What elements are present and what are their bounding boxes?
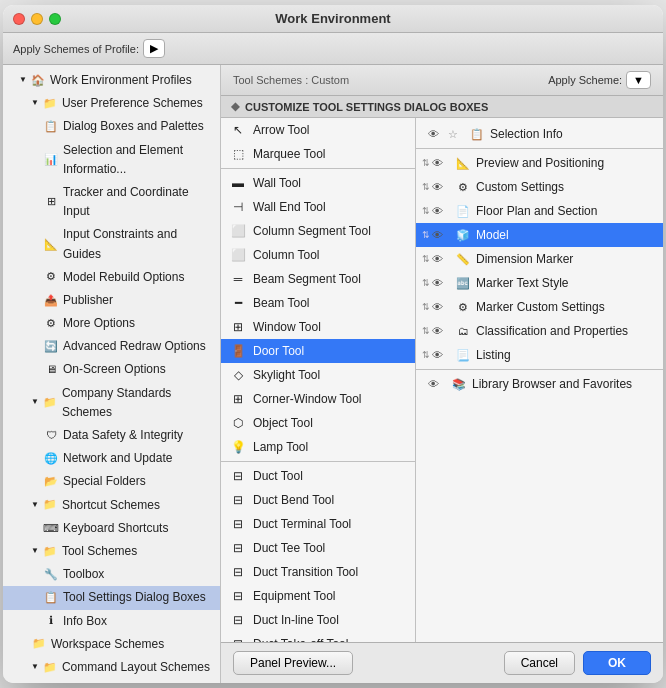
beam-seg-tool-icon: ═	[229, 270, 247, 288]
expand-icon: ▼	[31, 545, 39, 558]
setting-custom-settings[interactable]: ⇅ 👁 ⚙ Custom Settings	[416, 175, 663, 199]
setting-marker-custom[interactable]: ⇅ 👁 ⚙ Marker Custom Settings	[416, 295, 663, 319]
sidebar-item-data-safety[interactable]: 🛡 Data Safety & Integrity	[3, 424, 220, 447]
item-icon: ⊞	[43, 194, 59, 210]
sidebar-item-selection[interactable]: 📊 Selection and Element Informatio...	[3, 139, 220, 181]
setting-classification[interactable]: ⇅ 👁 🗂 Classification and Properties	[416, 319, 663, 343]
eye-icon: 👁	[432, 277, 450, 289]
apply-scheme-dropdown[interactable]: ▼	[626, 71, 651, 89]
separator	[221, 461, 415, 462]
tool-duct-tee[interactable]: ⊟ Duct Tee Tool	[221, 536, 415, 560]
sidebar-item-workspace-schemes[interactable]: 📁 Workspace Schemes	[3, 633, 220, 656]
sidebar-item-shortcut-schemes[interactable]: ▼ 📁 Shortcut Schemes	[3, 494, 220, 517]
setting-floor-plan[interactable]: ⇅ 👁 📄 Floor Plan and Section	[416, 199, 663, 223]
sidebar-item-tool-settings[interactable]: 📋 Tool Settings Dialog Boxes	[3, 586, 220, 609]
tool-duct-terminal[interactable]: ⊟ Duct Terminal Tool	[221, 512, 415, 536]
tool-duct[interactable]: ⊟ Duct Tool	[221, 464, 415, 488]
updown-icon: ⇅	[422, 230, 430, 240]
sidebar-item-on-screen[interactable]: 🖥 On-Screen Options	[3, 358, 220, 381]
star-icon: ☆	[448, 128, 464, 141]
sidebar-item-network[interactable]: 🌐 Network and Update	[3, 447, 220, 470]
setting-label: Marker Text Style	[476, 276, 568, 290]
sidebar-item-toolbox[interactable]: 🔧 Toolbox	[3, 563, 220, 586]
close-button[interactable]	[13, 13, 25, 25]
tool-lamp[interactable]: 💡 Lamp Tool	[221, 435, 415, 459]
sidebar-item-model-rebuild[interactable]: ⚙ Model Rebuild Options	[3, 266, 220, 289]
setting-listing[interactable]: ⇅ 👁 📃 Listing	[416, 343, 663, 367]
tool-corner-window[interactable]: ⊞ Corner-Window Tool	[221, 387, 415, 411]
sidebar: ▼ 🏠 Work Environment Profiles ▼ 📁 User P…	[3, 65, 221, 683]
tool-duct-bend[interactable]: ⊟ Duct Bend Tool	[221, 488, 415, 512]
tool-skylight[interactable]: ◇ Skylight Tool	[221, 363, 415, 387]
tool-duct-inline[interactable]: ⊟ Duct In-line Tool	[221, 608, 415, 632]
tool-beam[interactable]: ━ Beam Tool	[221, 291, 415, 315]
setting-label: Selection Info	[490, 127, 563, 141]
sidebar-item-company-standards[interactable]: ▼ 📁 Company Standards Schemes	[3, 382, 220, 424]
expand-icon: ▼	[19, 74, 27, 87]
sidebar-item-command-layout[interactable]: ▼ 📁 Command Layout Schemes	[3, 656, 220, 679]
tool-equipment[interactable]: ⊟ Equipment Tool	[221, 584, 415, 608]
sidebar-label: Command Layout Schemes	[62, 658, 210, 677]
setting-marker-text-style[interactable]: ⇅ 👁 🔤 Marker Text Style	[416, 271, 663, 295]
sidebar-item-keyboard-shortcuts[interactable]: ⌨ Keyboard Shortcuts	[3, 517, 220, 540]
setting-model[interactable]: ⇅ 👁 🧊 Model	[416, 223, 663, 247]
maximize-button[interactable]	[49, 13, 61, 25]
sidebar-item-special-folders[interactable]: 📂 Special Folders	[3, 470, 220, 493]
sidebar-label: Tool Settings Dialog Boxes	[63, 588, 206, 607]
setting-label: Listing	[476, 348, 511, 362]
setting-library-browser[interactable]: 👁 📚 Library Browser and Favorites	[416, 372, 663, 396]
sidebar-item-info-box[interactable]: ℹ Info Box	[3, 610, 220, 633]
eye-icon: 👁	[432, 157, 450, 169]
tool-object[interactable]: ⬡ Object Tool	[221, 411, 415, 435]
setting-type-icon: ⚙	[454, 298, 472, 316]
lamp-tool-icon: 💡	[229, 438, 247, 456]
setting-dimension-marker[interactable]: ⇅ 👁 📏 Dimension Marker	[416, 247, 663, 271]
sidebar-item-tool-schemes[interactable]: ▼ 📁 Tool Schemes	[3, 540, 220, 563]
tool-wall-end[interactable]: ⊣ Wall End Tool	[221, 195, 415, 219]
tool-label: Duct Terminal Tool	[253, 517, 351, 531]
main-content: ▼ 🏠 Work Environment Profiles ▼ 📁 User P…	[3, 65, 663, 683]
minimize-button[interactable]	[31, 13, 43, 25]
tool-door[interactable]: 🚪 Door Tool	[221, 339, 415, 363]
sidebar-item-input-constraints[interactable]: 📐 Input Constraints and Guides	[3, 223, 220, 265]
sidebar-label: Dialog Boxes and Palettes	[63, 117, 204, 136]
folder-icon: 📁	[42, 497, 58, 513]
panel-header-text: Tool Schemes : Custom	[233, 74, 349, 86]
tool-label: Marquee Tool	[253, 147, 326, 161]
sidebar-label: More Options	[63, 314, 135, 333]
sidebar-label: Workspace Schemes	[51, 635, 164, 654]
scheme-dropdown[interactable]: ▶	[143, 39, 165, 58]
tools-list: ↖ Arrow Tool ⬚ Marquee Tool ▬ Wall Tool …	[221, 118, 416, 642]
tool-duct-takeoff[interactable]: ⊟ Duct Take-off Tool	[221, 632, 415, 642]
tool-marquee[interactable]: ⬚ Marquee Tool	[221, 142, 415, 166]
sidebar-item-work-env-profiles[interactable]: ▼ 🏠 Work Environment Profiles	[3, 69, 220, 92]
tool-wall[interactable]: ▬ Wall Tool	[221, 171, 415, 195]
sidebar-item-publisher[interactable]: 📤 Publisher	[3, 289, 220, 312]
sidebar-item-more-options[interactable]: ⚙ More Options	[3, 312, 220, 335]
apply-dropdown-arrow: ▼	[633, 74, 644, 86]
setting-selection-info[interactable]: 👁 ☆ 📋 Selection Info	[416, 122, 663, 146]
expand-icon: ▼	[31, 396, 39, 409]
ok-button[interactable]: OK	[583, 651, 651, 675]
sidebar-item-user-pref-schemes[interactable]: ▼ 📁 User Preference Schemes	[3, 92, 220, 115]
sidebar-item-dialog-boxes[interactable]: 📋 Dialog Boxes and Palettes	[3, 115, 220, 138]
col-seg-tool-icon: ⬜	[229, 222, 247, 240]
item-icon: 📂	[43, 474, 59, 490]
panel-preview-button[interactable]: Panel Preview...	[233, 651, 353, 675]
panel-header: Tool Schemes : Custom Apply Scheme: ▼	[221, 65, 663, 96]
tool-column[interactable]: ⬜ Column Tool	[221, 243, 415, 267]
object-tool-icon: ⬡	[229, 414, 247, 432]
tool-arrow[interactable]: ↖ Arrow Tool	[221, 118, 415, 142]
tool-beam-segment[interactable]: ═ Beam Segment Tool	[221, 267, 415, 291]
sidebar-label: Special Folders	[63, 472, 146, 491]
tool-duct-transition[interactable]: ⊟ Duct Transition Tool	[221, 560, 415, 584]
item-icon: ⚙	[43, 316, 59, 332]
tool-label: Lamp Tool	[253, 440, 308, 454]
setting-preview-positioning[interactable]: ⇅ 👁 📐 Preview and Positioning	[416, 151, 663, 175]
sidebar-item-toolbars[interactable]: 📊 Toolbars	[3, 679, 220, 683]
tool-window[interactable]: ⊞ Window Tool	[221, 315, 415, 339]
sidebar-item-advanced-redraw[interactable]: 🔄 Advanced Redraw Options	[3, 335, 220, 358]
tool-column-segment[interactable]: ⬜ Column Segment Tool	[221, 219, 415, 243]
sidebar-item-tracker[interactable]: ⊞ Tracker and Coordinate Input	[3, 181, 220, 223]
cancel-button[interactable]: Cancel	[504, 651, 575, 675]
